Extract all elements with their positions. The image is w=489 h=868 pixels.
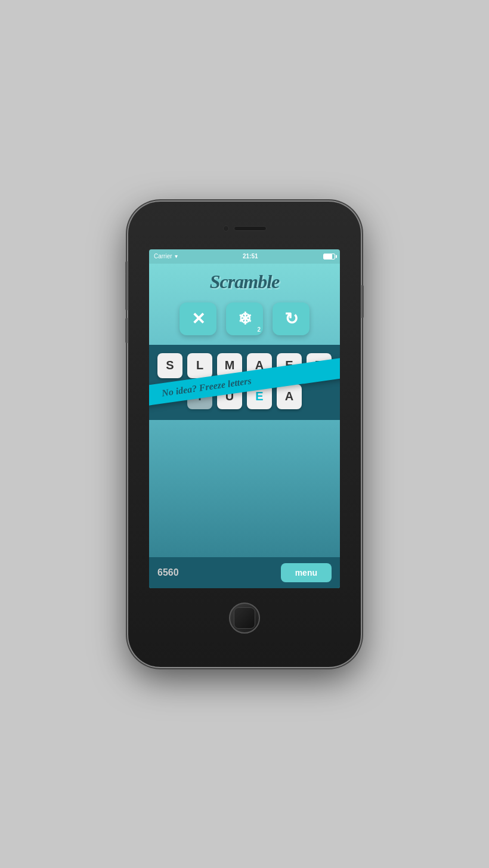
powerup-row: ✕ ❄ 2 ↻ — [179, 302, 310, 335]
freeze-badge: 2 — [257, 326, 261, 333]
battery-icon — [323, 254, 335, 260]
battery-area — [323, 254, 335, 260]
refresh-icon: ↻ — [284, 309, 298, 329]
carrier-area: Carrier ▾ — [154, 253, 178, 260]
letter-tile-A2[interactable]: A — [277, 384, 302, 409]
bottom-bar: 6560 menu — [149, 557, 340, 588]
home-button-inner — [234, 607, 255, 629]
refresh-powerup-button[interactable]: ↻ — [273, 302, 310, 335]
letter-section-wrapper: S L M A E R I U E A — [149, 335, 340, 420]
letter-tile-S[interactable]: S — [157, 353, 182, 378]
camera-lens — [223, 226, 229, 231]
freeze-icon: ❄ — [238, 309, 252, 329]
home-button[interactable] — [229, 603, 260, 634]
speaker-grille — [234, 226, 267, 231]
power-button[interactable] — [361, 285, 364, 318]
letter-section: S L M A E R I U E A — [149, 345, 340, 420]
clear-icon: ✕ — [191, 309, 205, 329]
app-background: Scramble ✕ ❄ 2 ↻ S — [149, 264, 340, 588]
menu-button[interactable]: menu — [281, 563, 332, 582]
status-bar: Carrier ▾ 21:51 — [149, 249, 340, 264]
app-title: Scramble — [210, 271, 279, 293]
wifi-icon: ▾ — [175, 253, 178, 260]
phone-screen: Carrier ▾ 21:51 Scramble ✕ ❄ 2 — [149, 249, 340, 588]
phone-frame: Carrier ▾ 21:51 Scramble ✕ ❄ 2 — [128, 202, 361, 667]
volume-silent-button[interactable] — [125, 261, 128, 274]
volume-down-button[interactable] — [125, 318, 128, 343]
volume-up-button[interactable] — [125, 285, 128, 310]
phone-bottom — [128, 588, 361, 648]
camera-area — [223, 226, 267, 231]
freeze-powerup-button[interactable]: ❄ 2 — [226, 302, 263, 335]
letter-tile-L[interactable]: L — [187, 353, 212, 378]
clear-powerup-button[interactable]: ✕ — [179, 302, 216, 335]
battery-fill — [324, 254, 332, 259]
phone-top — [128, 202, 361, 249]
score-display: 6560 — [157, 567, 179, 578]
time-display: 21:51 — [243, 253, 258, 260]
carrier-label: Carrier — [154, 253, 172, 260]
